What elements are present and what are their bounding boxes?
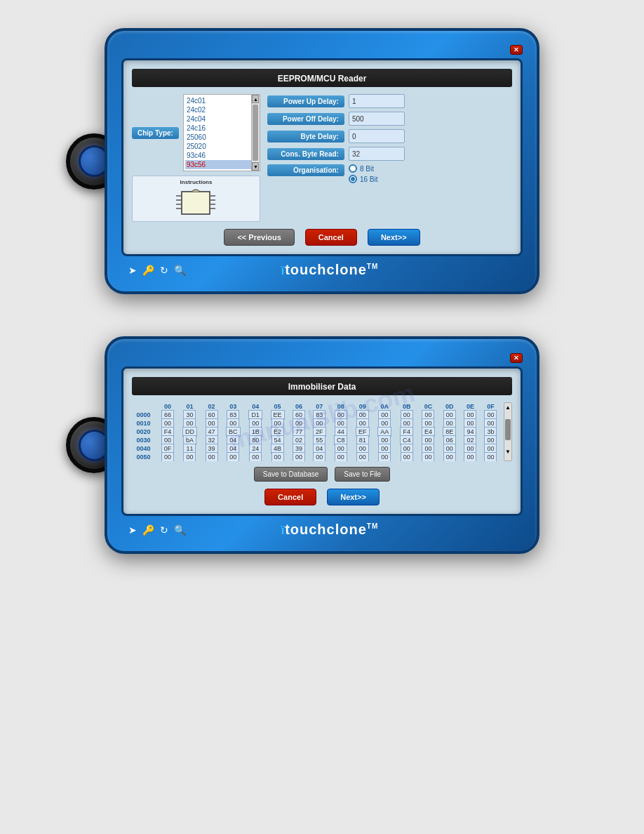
left-panel: Chip Type: 24c01 24c02 24c04 24c16 25060… [132,94,260,222]
consbyteread-input[interactable] [349,147,405,161]
org-16bit-radio[interactable] [349,175,357,183]
device1-wrapper: ✕ EEPROM/MCU Reader Chip Type: 24c01 [105,28,539,294]
setting-row-bytedelay: Byte Delay: [267,129,512,143]
org-options: 8 Bit 16 Bit [349,164,378,183]
device2-buttons-row: Cancel Next>> [132,489,512,505]
hex-cell: 00 [373,453,396,461]
hex-cell: 00 [481,453,501,461]
immo-table: 00 01 02 03 04 05 06 07 08 09 [132,402,501,461]
arrow-icon[interactable]: ➤ [128,265,137,276]
hex-cell: 00 [222,453,245,461]
addr-cell: 0040 [132,444,157,453]
brand1: ïtouchcloneTM [281,262,379,278]
addr-cell: 0020 [132,428,157,436]
hex-cell: 00 [201,453,222,461]
next-button2[interactable]: Next>> [327,489,380,505]
bytedelay-label: Byte Delay: [267,131,344,143]
organisation-row: Organisation: 8 Bit 16 Bit [267,164,512,183]
setting-row-powerup: Power Up Delay: [267,94,512,108]
immo-scrollbar-thumb[interactable] [505,419,511,440]
chip-item-24c04[interactable]: 24c04 [185,114,258,124]
device1: ✕ EEPROM/MCU Reader Chip Type: 24c01 [105,28,539,294]
device2-toolbar: ➤ 🔑 ↻ 🔍 ïtouchcloneTM [121,516,523,541]
setting-row-poweroff: Power Off Delay: [267,112,512,126]
org-8bit-radio[interactable] [349,164,357,173]
next-button1[interactable]: Next>> [368,229,420,246]
window2-title: Immobiliser Data [288,382,356,392]
org-16bit-label: 16 Bit [360,176,378,183]
chip-list-scrollbar: ▲ ▼ [251,95,260,171]
chip-item-24c01[interactable]: 24c01 [185,96,258,105]
chip-item-93c46[interactable]: 93c46 [185,151,258,160]
cancel-button1[interactable]: Cancel [305,229,357,246]
cancel-button2[interactable]: Cancel [264,489,316,505]
scroll-down-arrow[interactable]: ▼ [252,162,259,171]
svg-rect-0 [182,192,210,214]
instructions-label: Instructions [180,179,213,185]
window2-title-bar: Immobiliser Data [132,377,512,395]
immo-scrollbar[interactable]: ▲ ▼ [504,402,512,461]
immo-scroll-up[interactable]: ▲ [504,403,512,412]
toolbar2-icons: ➤ 🔑 ↻ 🔍 [128,524,186,536]
chip-diagram [176,187,215,218]
window1-title-bar: EEPROM/MCU Reader [132,69,512,87]
addr-cell: 0030 [132,436,157,444]
hex-cell: 00 [245,453,267,461]
instructions-box: Instructions [132,176,260,222]
addr-cell: 0050 [132,453,157,461]
chip-list: 24c01 24c02 24c04 24c16 25060 25020 93c4… [184,95,260,171]
addr-header [132,402,157,411]
device2-screen: Immobiliser Data 00 01 02 [121,366,523,516]
chip-item-25060[interactable]: 25060 [185,133,258,142]
hex-cell: 00 [460,453,481,461]
table-row: 005000000000000000000000000000000000 [132,453,501,461]
hex-cell: 00 [267,453,289,461]
powerup-input[interactable] [349,94,405,108]
poweroff-label: Power Off Delay: [267,113,344,125]
search-icon2[interactable]: 🔍 [174,524,186,536]
hex-cell: 00 [330,453,351,461]
poweroff-input[interactable] [349,112,405,126]
save-row: Save to Database Save to File [132,467,512,482]
chip-item-93c56[interactable]: 93c56 [185,160,258,169]
chip-item-24c16[interactable]: 24c16 [185,124,258,133]
scroll-up-arrow[interactable]: ▲ [252,95,259,103]
device1-toolbar: ➤ 🔑 ↻ 🔍 ïtouchcloneTM [121,256,523,281]
close-button[interactable]: ✕ [510,45,523,55]
save-file-button[interactable]: Save to File [335,467,390,482]
powerup-label: Power Up Delay: [267,95,344,107]
refresh-icon2[interactable]: ↻ [160,524,168,536]
immo-table-wrapper: 00 01 02 03 04 05 06 07 08 09 [132,402,501,461]
bytedelay-input[interactable] [349,129,405,143]
device2-wrapper: ✕ Immobiliser Data 00 01 [105,336,539,554]
hex-cell: 00 [289,453,309,461]
search-icon[interactable]: 🔍 [174,265,186,276]
immo-scroll-down[interactable]: ▼ [504,447,512,456]
arrow-icon2[interactable]: ➤ [128,524,137,536]
previous-button[interactable]: << Previous [224,229,294,246]
key-icon2[interactable]: 🔑 [142,524,154,536]
chip-item-24c02[interactable]: 24c02 [185,105,258,114]
window1-title: EEPROM/MCU Reader [278,74,367,84]
org-16bit-option[interactable]: 16 Bit [349,175,378,183]
chip-item-25020[interactable]: 25020 [185,142,258,151]
brand2: ïtouchcloneTM [281,522,379,538]
refresh-icon[interactable]: ↻ [160,265,168,276]
page-container: manualslib.com ✕ EEPROM/MCU Reader Chip … [0,0,644,834]
addr-cell: 0010 [132,419,157,428]
device2-top-bar: ✕ [121,353,523,363]
hex-cell: 00 [178,453,201,461]
close-button2[interactable]: ✕ [510,353,523,363]
organisation-label: Organisation: [267,164,344,176]
device2: ✕ Immobiliser Data 00 01 [105,336,539,554]
hex-cell: 00 [396,453,417,461]
chip-item-93c66[interactable]: 93c66 [185,169,258,171]
hex-cell: 00 [417,453,438,461]
addr-cell: 0000 [132,411,157,419]
key-icon[interactable]: 🔑 [142,265,154,276]
immo-scroll-container: 00 01 02 03 04 05 06 07 08 09 [132,402,512,461]
scroll-thumb[interactable] [253,105,258,161]
org-8bit-option[interactable]: 8 Bit [349,164,378,173]
device1-top-bar: ✕ [121,45,523,55]
save-database-button[interactable]: Save to Database [254,467,328,482]
